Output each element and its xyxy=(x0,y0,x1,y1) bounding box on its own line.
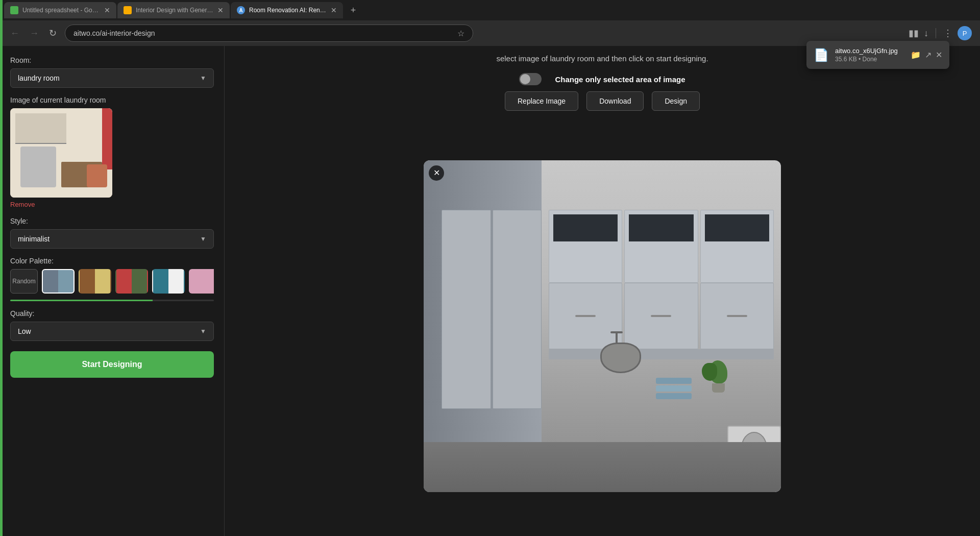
storage-units xyxy=(442,210,542,409)
image-section-title: Image of current laundry room xyxy=(10,96,214,104)
room-value: laundry room xyxy=(18,74,60,82)
download-close-button[interactable]: ✕ xyxy=(936,50,942,60)
lower-cabinets xyxy=(549,283,774,349)
close-image-button[interactable]: ✕ xyxy=(429,165,444,181)
plant-pot xyxy=(712,383,725,393)
download-icon[interactable]: ↓ xyxy=(924,28,928,39)
palette-section: Color Palette: Random xyxy=(10,257,214,301)
upper-cabinets xyxy=(549,210,774,283)
back-button[interactable]: ← xyxy=(8,26,21,41)
cabinet-3-top xyxy=(705,214,769,241)
download-popup: 📄 aitwo.co_x6UjGfn.jpg 35.6 KB • Done 📁 … xyxy=(806,41,949,69)
main-layout: Room: laundry room ▼ Image of current la… xyxy=(0,46,980,536)
style-value: minimalist xyxy=(18,235,50,243)
room-dropdown[interactable]: laundry room ▼ xyxy=(10,68,214,88)
cabinet-handle-1 xyxy=(575,315,596,317)
toggle-switch[interactable] xyxy=(519,73,542,85)
tab-interior-close[interactable]: ✕ xyxy=(217,6,224,14)
palette-label: Color Palette: xyxy=(10,257,214,265)
palette-chip-grey-blue[interactable] xyxy=(42,269,75,294)
counter-surface xyxy=(549,349,774,359)
toggle-track[interactable] xyxy=(519,73,542,85)
download-open-button[interactable]: ↗ xyxy=(925,50,932,60)
reload-button[interactable]: ↻ xyxy=(47,26,59,41)
palette-chip-pink[interactable] xyxy=(189,269,214,294)
progress-bar xyxy=(10,300,214,301)
style-dropdown-arrow: ▼ xyxy=(200,235,206,242)
toggle-label: Change only selected area of image xyxy=(555,75,685,84)
towels xyxy=(656,378,692,399)
style-dropdown[interactable]: minimalist ▼ xyxy=(10,229,214,249)
lower-cabinet-2 xyxy=(624,283,698,349)
quality-section: Quality: Low ▼ xyxy=(10,309,214,341)
sink-bowl xyxy=(600,343,641,373)
cabinet-3-bottom xyxy=(701,241,773,282)
towel-3 xyxy=(656,393,692,399)
lp-basket xyxy=(87,164,107,187)
tab-sheets-label: Untitled spreadsheet - Goo... xyxy=(22,7,100,14)
download-actions: 📁 ↗ ✕ xyxy=(911,50,942,60)
laundry-room-image xyxy=(10,108,112,198)
cabinet-2-bottom xyxy=(625,241,697,282)
lower-cabinet-1 xyxy=(549,283,622,349)
cabinet-1 xyxy=(549,210,622,283)
cabinet-2-top xyxy=(629,214,693,241)
action-buttons-row: Replace Image Download Design xyxy=(225,91,980,116)
quality-dropdown[interactable]: Low ▼ xyxy=(10,322,214,341)
tab-renovation-label: Room Renovation AI: Renova... xyxy=(249,7,327,14)
cabinet-handle-3 xyxy=(727,315,747,317)
cabinet-3 xyxy=(700,210,774,283)
extensions-icon[interactable]: ▮▮ xyxy=(909,28,919,39)
lp-washer xyxy=(20,147,56,187)
room-label: Room: xyxy=(10,56,214,64)
cabinet-2 xyxy=(624,210,698,283)
plant xyxy=(709,360,727,393)
palette-chip-brown-yellow[interactable] xyxy=(79,269,111,294)
generated-image-container: ✕ xyxy=(424,160,781,492)
style-section: Style: minimalist ▼ xyxy=(10,217,214,249)
vertical-progress-bar xyxy=(0,0,3,536)
forward-button[interactable]: → xyxy=(28,26,41,41)
palette-chip-teal-white[interactable] xyxy=(152,269,185,294)
interior-favicon xyxy=(124,6,132,14)
towel-1 xyxy=(656,378,692,384)
towel-2 xyxy=(656,385,692,392)
download-button[interactable]: Download xyxy=(586,91,644,111)
lower-cabinet-3 xyxy=(700,283,774,349)
new-tab-button[interactable]: + xyxy=(346,3,360,17)
start-designing-button[interactable]: Start Designing xyxy=(10,351,214,378)
remove-link[interactable]: Remove xyxy=(10,201,35,208)
tab-interior[interactable]: Interior Design with Generati... ✕ xyxy=(117,2,230,18)
style-label: Style: xyxy=(10,217,214,225)
browser-actions: ▮▮ ↓ ⋮ P xyxy=(909,26,972,40)
tab-sheets-close[interactable]: ✕ xyxy=(104,6,110,14)
design-button[interactable]: Design xyxy=(652,91,700,111)
tab-renovation[interactable]: A Room Renovation AI: Renova... ✕ xyxy=(231,2,343,18)
toggle-knob xyxy=(520,74,530,84)
plant-leaves xyxy=(709,360,727,383)
sidebar: Room: laundry room ▼ Image of current la… xyxy=(0,46,225,536)
storage-unit-1 xyxy=(442,210,491,409)
lp-curtain xyxy=(102,108,112,169)
palette-random[interactable]: Random xyxy=(10,269,38,294)
controls-row: Change only selected area of image xyxy=(225,67,980,91)
download-meta: 35.6 KB • Done xyxy=(835,56,904,63)
address-bar[interactable]: aitwo.co/ai-interior-design ☆ xyxy=(65,25,473,42)
generated-room-image xyxy=(424,160,781,492)
star-icon[interactable]: ☆ xyxy=(457,29,464,38)
download-file-icon: 📄 xyxy=(814,48,829,62)
tab-sheets[interactable]: Untitled spreadsheet - Goo... ✕ xyxy=(4,2,116,18)
menu-icon[interactable]: ⋮ xyxy=(943,28,952,39)
profile-avatar[interactable]: P xyxy=(958,26,972,40)
palette-chip-red-green[interactable] xyxy=(115,269,148,294)
tab-renovation-close[interactable]: ✕ xyxy=(331,6,337,14)
plant-leaf-2 xyxy=(702,363,717,381)
replace-image-button[interactable]: Replace Image xyxy=(505,91,578,111)
cabinet-handle-2 xyxy=(651,315,671,317)
cabinet-1-top xyxy=(553,214,618,241)
sheets-favicon xyxy=(10,6,18,14)
image-display: ✕ xyxy=(225,116,980,536)
download-folder-button[interactable]: 📁 xyxy=(911,50,921,60)
separator xyxy=(936,28,936,38)
palette-row: Random xyxy=(10,269,214,294)
